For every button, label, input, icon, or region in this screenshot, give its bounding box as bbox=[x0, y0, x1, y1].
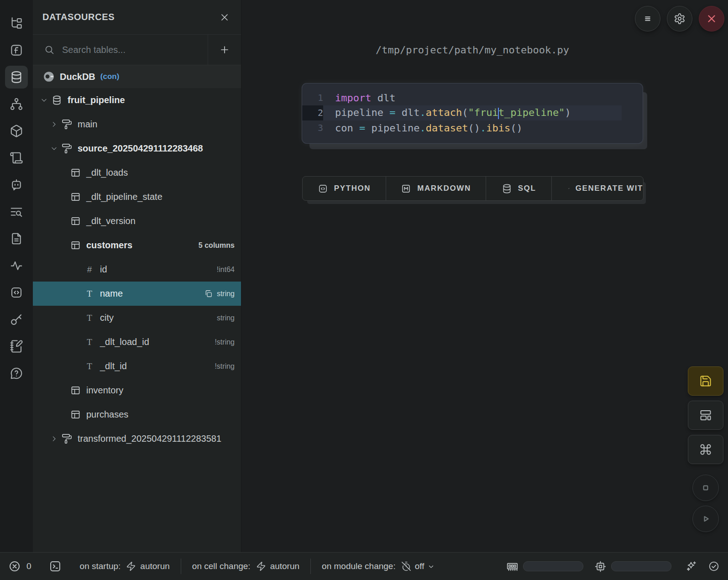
stop-button[interactable] bbox=[692, 475, 719, 501]
search-row bbox=[33, 35, 241, 65]
string-type-icon: T bbox=[84, 361, 94, 371]
tree-row-database[interactable]: fruit_pipeline bbox=[33, 88, 241, 112]
gear-icon bbox=[674, 13, 686, 25]
tree-row-column[interactable]: T _dlt_load_id !string bbox=[33, 330, 241, 354]
tree-row-schema[interactable]: main bbox=[33, 112, 241, 136]
tree-row-table-customers[interactable]: customers 5 columns bbox=[33, 233, 241, 257]
activity-icon[interactable] bbox=[5, 254, 28, 277]
tree-row-column-selected[interactable]: T name string bbox=[33, 282, 241, 306]
layout-panel-icon bbox=[699, 409, 712, 422]
menu-button[interactable] bbox=[635, 6, 660, 31]
settings-button[interactable] bbox=[667, 6, 692, 31]
tree-row-schema[interactable]: transformed_202504291112283581 bbox=[33, 427, 241, 451]
code-line[interactable]: 3 con = pipeline.dataset().ibis() bbox=[302, 120, 643, 136]
engine-name: DuckDB bbox=[60, 72, 95, 82]
timer-off-icon bbox=[401, 561, 411, 571]
add-sql-cell-button[interactable]: SQL bbox=[486, 177, 552, 200]
table-icon bbox=[70, 167, 81, 178]
column-type-label: !string bbox=[215, 338, 235, 346]
close-icon bbox=[706, 13, 718, 25]
key-icon[interactable] bbox=[5, 308, 28, 331]
on-startup-label: on startup: bbox=[80, 561, 121, 571]
search-input[interactable] bbox=[61, 44, 208, 56]
on-cell-change-toggle[interactable]: autorun bbox=[270, 561, 299, 571]
activity-rail bbox=[0, 0, 33, 553]
zap-icon bbox=[256, 561, 266, 571]
generate-with-ai-button[interactable]: GENERATE WIT bbox=[552, 177, 643, 200]
datasources-header: DATASOURCES bbox=[33, 0, 241, 35]
notebook-pen-icon[interactable] bbox=[5, 335, 28, 358]
errors-indicator-icon[interactable] bbox=[8, 560, 21, 573]
help-circle-icon[interactable] bbox=[5, 362, 28, 385]
add-python-cell-button[interactable]: PYTHON bbox=[303, 177, 386, 200]
copy-icon[interactable] bbox=[204, 289, 213, 298]
layout-toggle-button[interactable] bbox=[688, 401, 723, 430]
close-panel-icon[interactable] bbox=[219, 12, 230, 23]
divider bbox=[310, 559, 311, 574]
line-number: 3 bbox=[302, 120, 323, 136]
search-icon bbox=[44, 44, 55, 55]
notebook-file-path: /tmp/project/path/my_notebook.py bbox=[302, 44, 643, 56]
table-icon bbox=[70, 216, 81, 226]
file-tree-icon[interactable] bbox=[5, 12, 28, 35]
column-type-label: !int64 bbox=[217, 266, 235, 274]
table-icon bbox=[70, 240, 81, 251]
text-search-icon[interactable] bbox=[5, 200, 28, 223]
chevron-right-icon bbox=[50, 120, 58, 128]
add-datasource-button[interactable] bbox=[208, 35, 241, 65]
column-type-label: !string bbox=[215, 362, 235, 371]
tree-row-column[interactable]: T city string bbox=[33, 306, 241, 330]
tree-row-column[interactable]: T _dlt_id !string bbox=[33, 354, 241, 378]
command-palette-button[interactable] bbox=[688, 435, 723, 464]
on-cell-change-label: on cell change: bbox=[192, 561, 251, 571]
string-type-icon: T bbox=[84, 289, 94, 299]
floppy-icon bbox=[699, 375, 712, 387]
play-icon bbox=[699, 512, 712, 526]
ram-usage-meter bbox=[523, 561, 583, 571]
scroll-icon[interactable] bbox=[5, 146, 28, 169]
sparkles-icon bbox=[568, 183, 570, 194]
database-icon[interactable] bbox=[5, 66, 28, 89]
tree-row-column[interactable]: # id !int64 bbox=[33, 257, 241, 282]
code-snippet-icon[interactable] bbox=[5, 281, 28, 304]
error-count: 0 bbox=[26, 561, 31, 571]
tree-row-table[interactable]: purchases bbox=[33, 402, 241, 427]
connected-check-icon[interactable] bbox=[708, 560, 720, 572]
code-cell-editor[interactable]: 1 import dlt 2 pipeline = dlt.attach("fr… bbox=[302, 84, 643, 143]
save-button[interactable] bbox=[688, 366, 723, 396]
tree-row-schema[interactable]: source_202504291112283468 bbox=[33, 136, 241, 161]
code-line[interactable]: 1 import dlt bbox=[302, 90, 643, 105]
markdown-icon bbox=[401, 183, 411, 194]
divider bbox=[181, 559, 181, 574]
code-line-active[interactable]: 2 pipeline = dlt.attach("fruit_pipeline"… bbox=[302, 105, 622, 120]
column-type-label: string bbox=[217, 314, 235, 322]
function-square-icon[interactable] bbox=[5, 39, 28, 62]
terminal-icon[interactable] bbox=[49, 560, 62, 573]
ai-sparkles-icon[interactable] bbox=[685, 560, 697, 572]
network-icon[interactable] bbox=[5, 93, 28, 115]
file-text-icon[interactable] bbox=[5, 227, 28, 250]
tree-row-table[interactable]: _dlt_loads bbox=[33, 161, 241, 185]
tree-row-table[interactable]: inventory bbox=[33, 378, 241, 402]
status-bar: 0 on startup: autorun on cell change: au… bbox=[0, 552, 728, 580]
database-icon bbox=[52, 95, 62, 105]
schema-icon bbox=[62, 143, 72, 154]
code-icon bbox=[318, 183, 328, 194]
on-module-change-toggle[interactable]: off bbox=[415, 561, 424, 571]
tree-row-table[interactable]: _dlt_pipeline_state bbox=[33, 185, 241, 209]
add-markdown-cell-button[interactable]: MARKDOWN bbox=[386, 177, 486, 200]
column-count-badge: 5 columns bbox=[199, 241, 235, 250]
on-startup-toggle[interactable]: autorun bbox=[140, 561, 169, 571]
chevron-right-icon bbox=[50, 435, 58, 443]
tree-row-table[interactable]: _dlt_version bbox=[33, 209, 241, 233]
cpu-usage-meter bbox=[611, 561, 671, 571]
run-button[interactable] bbox=[692, 506, 719, 532]
shutdown-button[interactable] bbox=[699, 6, 724, 31]
box-icon[interactable] bbox=[5, 120, 28, 142]
chevron-down-icon bbox=[50, 145, 58, 152]
engine-row-duckdb[interactable]: DuckDB (con) bbox=[33, 65, 241, 88]
bot-icon[interactable] bbox=[5, 173, 28, 196]
line-number: 2 bbox=[302, 105, 323, 120]
search-box bbox=[33, 35, 208, 65]
chevron-down-icon[interactable] bbox=[427, 562, 435, 571]
